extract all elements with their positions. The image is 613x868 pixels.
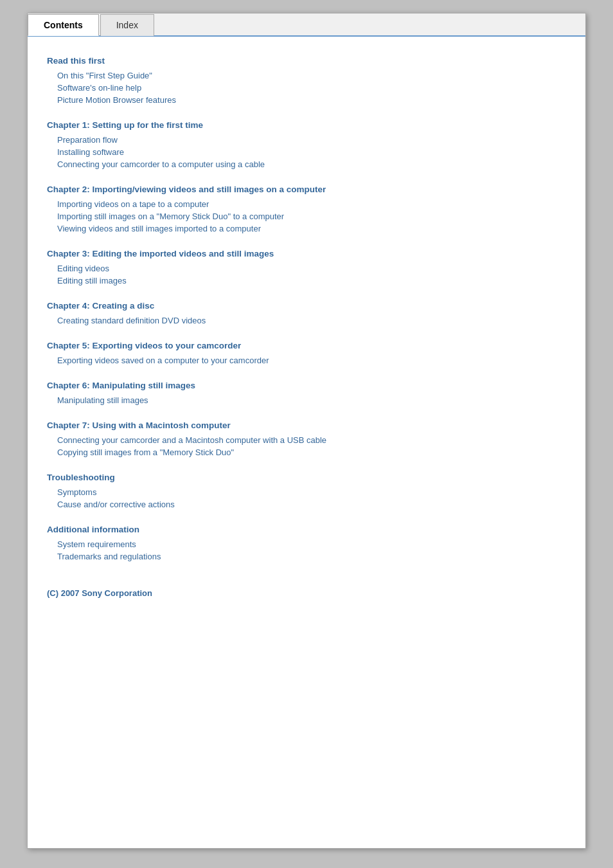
tab-contents[interactable]: Contents (28, 14, 99, 36)
main-window: ContentsIndex Read this firstOn this "Fi… (27, 13, 586, 849)
section-header-1[interactable]: Chapter 1: Setting up for the first time (47, 120, 566, 130)
section-item-2-2[interactable]: Viewing videos and still images imported… (47, 222, 566, 235)
section-item-8-0[interactable]: Symptoms (47, 486, 566, 498)
section-item-0-2[interactable]: Picture Motion Browser features (47, 94, 566, 106)
section-item-7-1[interactable]: Copying still images from a "Memory Stic… (47, 446, 566, 458)
section-item-1-1[interactable]: Installing software (47, 146, 566, 158)
copyright-text: (C) 2007 Sony Corporation (47, 588, 566, 598)
section-item-8-1[interactable]: Cause and/or corrective actions (47, 498, 566, 511)
section-header-6[interactable]: Chapter 6: Manipulating still images (47, 381, 566, 390)
section-item-2-0[interactable]: Importing videos on a tape to a computer (47, 198, 566, 210)
content-area: Read this firstOn this "First Step Guide… (28, 37, 585, 624)
section-item-0-1[interactable]: Software's on-line help (47, 82, 566, 94)
section-item-7-0[interactable]: Connecting your camcorder and a Macintos… (47, 434, 566, 446)
section-header-5[interactable]: Chapter 5: Exporting videos to your camc… (47, 341, 566, 350)
section-item-5-0[interactable]: Exporting videos saved on a computer to … (47, 354, 566, 366)
section-item-6-0[interactable]: Manipulating still images (47, 394, 566, 406)
section-header-9[interactable]: Additional information (47, 525, 566, 534)
tab-index[interactable]: Index (100, 14, 154, 36)
section-item-1-2[interactable]: Connecting your camcorder to a computer … (47, 158, 566, 170)
section-item-9-1[interactable]: Trademarks and regulations (47, 550, 566, 563)
section-item-9-0[interactable]: System requirements (47, 538, 566, 550)
section-header-4[interactable]: Chapter 4: Creating a disc (47, 301, 566, 311)
section-header-8[interactable]: Troubleshooting (47, 473, 566, 482)
section-item-0-0[interactable]: On this "First Step Guide" (47, 69, 566, 82)
section-header-7[interactable]: Chapter 7: Using with a Macintosh comput… (47, 420, 566, 430)
section-item-2-1[interactable]: Importing still images on a "Memory Stic… (47, 210, 566, 222)
section-header-3[interactable]: Chapter 3: Editing the imported videos a… (47, 249, 566, 258)
section-item-1-0[interactable]: Preparation flow (47, 134, 566, 146)
tab-bar: ContentsIndex (28, 14, 585, 37)
section-item-3-0[interactable]: Editing videos (47, 262, 566, 275)
section-item-4-0[interactable]: Creating standard definition DVD videos (47, 314, 566, 327)
section-header-0[interactable]: Read this first (47, 56, 566, 66)
section-item-3-1[interactable]: Editing still images (47, 275, 566, 287)
section-header-2[interactable]: Chapter 2: Importing/viewing videos and … (47, 185, 566, 194)
